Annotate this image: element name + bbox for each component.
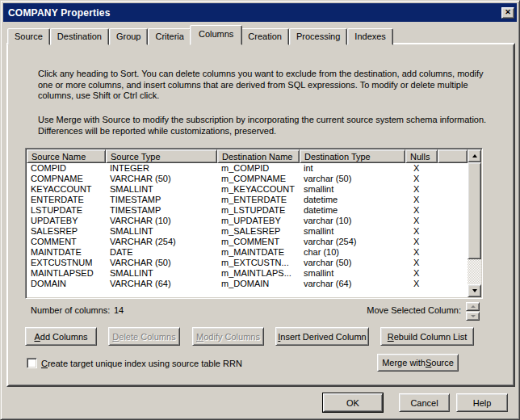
cancel-button[interactable]: Cancel [399, 393, 450, 412]
spinner-up-icon [471, 305, 476, 308]
destination-name-cell: m_SALESREP [217, 226, 300, 237]
table-row[interactable]: KEYACCOUNTSMALLINTm_KEYACCOUNTsmallintX [27, 184, 468, 195]
tab-processing[interactable]: Processing [289, 28, 347, 45]
table-row[interactable]: UPDATEBYVARCHAR (10)m_UPDATEBYvarchar (1… [27, 216, 468, 226]
nulls-cell: X [405, 258, 438, 268]
destination-type-cell: varchar (50) [300, 258, 405, 268]
nulls-cell: X [405, 226, 438, 237]
tab-columns[interactable]: Columns [190, 25, 242, 45]
tab-group[interactable]: Group [109, 28, 149, 45]
destination-name-cell: m_MAINTLAPS... [217, 268, 300, 279]
title-bar[interactable]: COMPANY Properties ✕ [3, 3, 517, 22]
column-header-destination-name[interactable]: Destination Name [217, 149, 300, 163]
source-type-cell: VARCHAR (50) [106, 174, 217, 184]
column-header-destination-type[interactable]: Destination Type [300, 149, 405, 163]
arrow-up-icon [472, 154, 477, 158]
source-type-cell: TIMESTAMP [106, 195, 217, 205]
insert-derived-column-button[interactable]: Insert Derived Column [275, 327, 369, 346]
source-type-cell: DATE [106, 247, 217, 258]
tab-creation[interactable]: Creation [241, 28, 289, 45]
move-column-down-button[interactable] [466, 312, 480, 321]
column-header-nulls[interactable]: Nulls [405, 149, 438, 163]
tab-destination[interactable]: Destination [50, 28, 109, 45]
help-button[interactable]: Help [456, 393, 508, 412]
window-title: COMPANY Properties [8, 7, 501, 19]
nulls-cell: X [405, 237, 438, 247]
destination-name-cell: m_EXTCUSTN... [217, 258, 300, 268]
add-columns-button[interactable]: Add Columns [25, 327, 97, 346]
table-row[interactable]: COMPIDINTEGERm_COMPIDintX [27, 163, 468, 174]
nulls-cell: X [405, 174, 438, 184]
rebuild-column-list-button[interactable]: Rebuild Column List [380, 327, 474, 346]
source-name-cell: COMMENT [27, 237, 106, 247]
source-type-cell: TIMESTAMP [106, 205, 217, 216]
source-type-cell: VARCHAR (254) [106, 237, 217, 247]
tab-indexes[interactable]: Indexes [347, 28, 393, 45]
table-row[interactable]: LSTUPDATETIMESTAMPm_LSTUPDATEdatetimeX [27, 205, 468, 216]
scroll-up-button[interactable] [468, 149, 481, 162]
source-name-cell: EXTCUSTNUM [27, 258, 106, 268]
create-unique-index-checkbox[interactable] [27, 358, 37, 368]
source-type-cell: VARCHAR (64) [106, 279, 217, 289]
destination-name-cell: m_COMPNAME [217, 174, 300, 184]
destination-name-cell: m_MAINTDATE [217, 247, 300, 258]
destination-name-cell: m_ENTERDATE [217, 195, 300, 205]
scroll-down-button[interactable] [468, 284, 481, 297]
table-row[interactable]: SALESREPSMALLINTm_SALESREPsmallintX [27, 226, 468, 237]
source-name-cell: DOMAIN [27, 279, 106, 289]
columns-table-inner: Source NameSource TypeDestination NameDe… [27, 149, 481, 297]
table-row[interactable]: DOMAINVARCHAR (64)m_DOMAINvarchar (64)X [27, 279, 468, 289]
table-row[interactable]: EXTCUSTNUMVARCHAR (50)m_EXTCUSTN...varch… [27, 258, 468, 268]
destination-type-cell: varchar (64) [300, 279, 405, 289]
destination-type-cell: datetime [300, 205, 405, 216]
instructions-paragraph-1: Click any heading to Sort. You can delet… [38, 69, 500, 102]
table-row[interactable]: MAINTDATEDATEm_MAINTDATEchar (10)X [27, 247, 468, 258]
source-name-cell: KEYACCOUNT [27, 184, 106, 195]
destination-name-cell: m_UPDATEBY [217, 216, 300, 226]
nulls-cell: X [405, 163, 438, 174]
scrollbar-thumb[interactable] [468, 162, 481, 259]
destination-name-cell: m_DOMAIN [217, 279, 300, 289]
source-name-cell: COMPID [27, 163, 106, 174]
column-header-empty[interactable] [438, 149, 468, 163]
column-header-source-name[interactable]: Source Name [27, 149, 106, 163]
columns-tab-page: Click any heading to Sort. You can delet… [6, 43, 515, 387]
arrow-down-icon [472, 289, 477, 292]
nulls-cell: X [405, 279, 438, 289]
vertical-scrollbar[interactable] [468, 149, 481, 297]
modify-columns-button[interactable]: Modify Columns [192, 327, 264, 346]
spinner-down-icon [471, 315, 476, 317]
source-type-cell: INTEGER [106, 163, 217, 174]
move-column-up-button[interactable] [466, 302, 480, 311]
close-button[interactable]: ✕ [501, 7, 514, 19]
tab-source[interactable]: Source [7, 28, 50, 45]
source-name-cell: UPDATEBY [27, 216, 106, 226]
nulls-cell: X [405, 205, 438, 216]
ok-button[interactable]: OK [323, 393, 383, 412]
table-row[interactable]: COMPNAMEVARCHAR (50)m_COMPNAMEvarchar (5… [27, 174, 468, 184]
delete-columns-button[interactable]: Delete Columns [108, 327, 180, 346]
merge-with-source-button[interactable]: Merge with Source [377, 354, 459, 372]
table-row[interactable]: ENTERDATETIMESTAMPm_ENTERDATEdatetimeX [27, 195, 468, 205]
table-row[interactable]: COMMENTVARCHAR (254)m_COMMENTvarchar (25… [27, 237, 468, 247]
tab-criteria[interactable]: Criteria [148, 28, 191, 45]
source-name-cell: LSTUPDATE [27, 205, 106, 216]
table-row[interactable]: MAINTLAPSEDSMALLINTm_MAINTLAPS...smallin… [27, 268, 468, 279]
columns-table[interactable]: Source NameSource TypeDestination NameDe… [25, 148, 483, 299]
source-name-cell: SALESREP [27, 226, 106, 237]
nulls-cell: X [405, 216, 438, 226]
destination-type-cell: int [300, 163, 405, 174]
nulls-cell: X [405, 184, 438, 195]
move-selected-column-label: Move Selected Column: [367, 305, 461, 315]
destination-type-cell: smallint [300, 268, 405, 279]
tab-strip: SourceDestinationGroupCriteriaColumnsCre… [7, 25, 393, 45]
destination-name-cell: m_LSTUPDATE [217, 205, 300, 216]
nulls-cell: X [405, 268, 438, 279]
destination-name-cell: m_COMMENT [217, 237, 300, 247]
column-header-source-type[interactable]: Source Type [106, 149, 217, 163]
close-icon: ✕ [505, 8, 511, 17]
company-properties-dialog: COMPANY Properties ✕ SourceDestinationGr… [0, 0, 520, 420]
scrollbar-track[interactable] [468, 162, 481, 284]
destination-type-cell: varchar (10) [300, 216, 405, 226]
nulls-cell: X [405, 195, 438, 205]
